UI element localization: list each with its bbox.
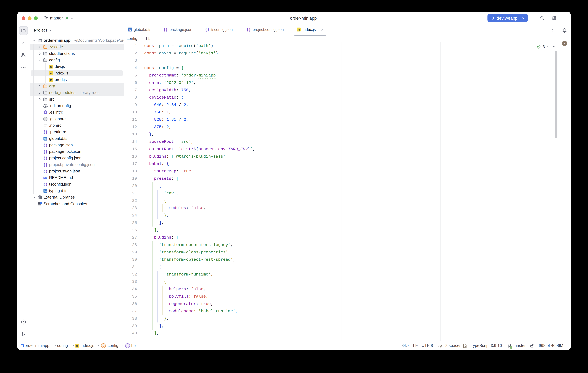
svg-text:{ }: { } xyxy=(205,27,209,32)
svg-text:{ }: { } xyxy=(247,27,250,32)
svg-text:{ }: { } xyxy=(43,169,47,173)
svg-text:JS: JS xyxy=(76,345,78,347)
svg-text:JS: JS xyxy=(50,73,52,75)
svg-text:JS: JS xyxy=(50,66,52,68)
svg-text:{ }: { } xyxy=(43,130,47,134)
svg-text:M: M xyxy=(43,176,46,180)
svg-text:{ }: { } xyxy=(43,149,47,154)
svg-text:{ }: { } xyxy=(43,143,47,147)
svg-text:TS: TS xyxy=(44,138,47,140)
svg-text:{ }: { } xyxy=(43,163,47,167)
svg-text:TS: TS xyxy=(44,190,47,192)
svg-text:{ }: { } xyxy=(164,27,167,32)
svg-text:JS: JS xyxy=(50,79,52,81)
svg-text:{ }: { } xyxy=(43,156,47,160)
svg-text:{ }: { } xyxy=(43,182,47,186)
svg-text:JS: JS xyxy=(297,29,300,31)
svg-text:TS: TS xyxy=(129,29,131,31)
